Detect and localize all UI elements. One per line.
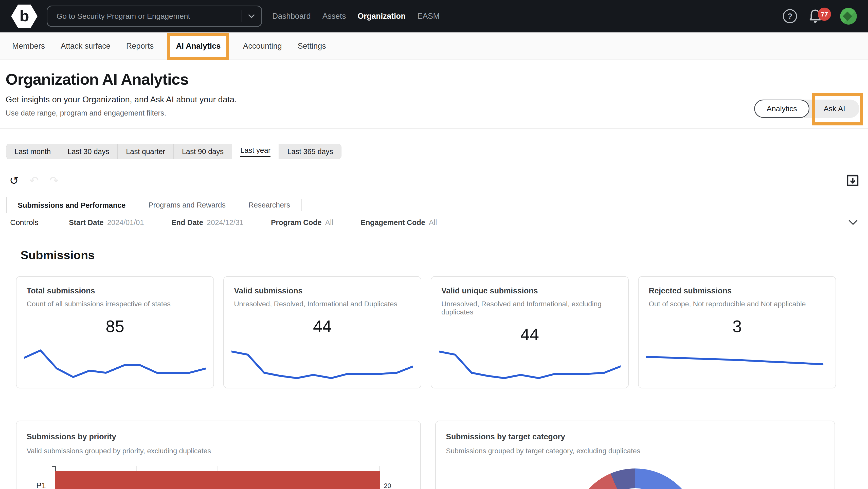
nav-assets[interactable]: Assets <box>322 12 346 21</box>
header-divider <box>0 128 868 129</box>
tab-settings[interactable]: Settings <box>298 41 326 51</box>
submissions-by-target-category-card[interactable]: Submissions by target category Submissio… <box>435 421 835 489</box>
bugcrowd-logo[interactable]: b <box>11 5 37 28</box>
top-nav-items: Dashboard Assets Organization EASM <box>272 12 440 21</box>
tab-ai-analytics[interactable]: AI Analytics <box>176 41 221 51</box>
dashboard-tabs: Submissions and Performance Programs and… <box>6 197 859 213</box>
dashboard-body: Submissions Total submissions Count of a… <box>16 248 836 489</box>
tab-attack-surface[interactable]: Attack surface <box>61 41 110 51</box>
card-valid-unique-submissions[interactable]: Valid unique submissions Unresolved, Res… <box>431 276 629 388</box>
submissions-by-priority-card[interactable]: Submissions by priority Valid submission… <box>16 421 421 489</box>
sparkline-chart <box>439 340 621 382</box>
chevron-down-icon[interactable] <box>248 14 255 19</box>
top-nav-right: ? 77 <box>783 8 857 25</box>
ask-ai-toggle-button[interactable]: Ask AI <box>809 104 859 113</box>
view-toggle: Analytics Ask AI <box>754 100 859 118</box>
priority-bar-chart: P1 20 P4 8 <box>55 466 380 489</box>
refresh-icon[interactable]: ↺ <box>9 175 19 186</box>
nav-organization[interactable]: Organization <box>358 12 406 21</box>
submissions-section-title: Submissions <box>21 248 836 262</box>
bar-p1[interactable] <box>55 471 380 489</box>
date-last-month[interactable]: Last month <box>6 144 59 159</box>
dashboard-toolbar: ↺ ↶ ↷ <box>9 173 859 188</box>
tab-submissions-and-performance[interactable]: Submissions and Performance <box>6 197 137 213</box>
date-range-group: Last month Last 30 days Last quarter Las… <box>6 144 341 159</box>
stat-value: 3 <box>649 317 826 336</box>
bar-row-p1: P1 20 <box>55 471 380 489</box>
filter-program-code[interactable]: Program Code All <box>271 219 333 227</box>
date-last-365-days[interactable]: Last 365 days <box>279 144 341 159</box>
notifications-button[interactable]: 77 <box>808 9 823 24</box>
sparkline-chart <box>24 340 206 382</box>
controls-expand-chevron-icon[interactable] <box>848 220 858 226</box>
page-subtitle: Get insights on your Organization, and A… <box>6 95 859 104</box>
tab-reports[interactable]: Reports <box>126 41 154 51</box>
controls-label: Controls <box>10 218 38 227</box>
nav-easm[interactable]: EASM <box>417 12 440 21</box>
card-total-submissions[interactable]: Total submissions Count of all submissio… <box>16 276 214 388</box>
tab-programs-and-rewards[interactable]: Programs and Rewards <box>137 197 237 213</box>
search-input[interactable] <box>57 12 239 21</box>
date-last-year[interactable]: Last year <box>232 144 279 159</box>
date-last-30-days[interactable]: Last 30 days <box>59 144 118 159</box>
sparkline-chart <box>646 340 828 382</box>
page-header: Organization AI Analytics Get insights o… <box>0 60 868 117</box>
stat-value: 44 <box>234 317 411 336</box>
go-to-program-search[interactable] <box>46 6 262 27</box>
stat-value: 85 <box>27 317 203 336</box>
ai-analytics-highlight-wrap: AI Analytics <box>169 41 227 51</box>
controls-bar[interactable]: Controls Start Date 2024/01/01 End Date … <box>0 213 868 232</box>
organization-nav: Members Attack surface Reports AI Analyt… <box>0 32 868 60</box>
top-nav-bar: b Dashboard Assets Organization EASM ? 7… <box>0 0 868 32</box>
download-icon[interactable] <box>846 173 859 188</box>
avatar[interactable] <box>840 8 857 25</box>
tab-members[interactable]: Members <box>12 41 45 51</box>
nav-dashboard[interactable]: Dashboard <box>272 12 311 21</box>
sparkline-chart <box>231 340 413 382</box>
charts-row: Submissions by priority Valid submission… <box>16 421 836 489</box>
analytics-toggle-button[interactable]: Analytics <box>754 100 809 118</box>
page-hint: Use date range, program and engagement f… <box>6 109 859 117</box>
target-category-donut-chart[interactable] <box>572 468 699 489</box>
card-rejected-submissions[interactable]: Rejected submissions Out of scope, Not r… <box>638 276 836 388</box>
tab-researchers[interactable]: Researchers <box>237 197 301 213</box>
tab-accounting[interactable]: Accounting <box>243 41 282 51</box>
redo-icon: ↷ <box>50 175 59 186</box>
undo-icon: ↶ <box>29 175 39 186</box>
date-last-quarter[interactable]: Last quarter <box>118 144 174 159</box>
notification-badge: 77 <box>818 8 831 21</box>
filter-engagement-code[interactable]: Engagement Code All <box>361 219 437 227</box>
card-valid-submissions[interactable]: Valid submissions Unresolved, Resolved, … <box>223 276 421 388</box>
filter-end-date[interactable]: End Date 2024/12/31 <box>172 219 244 227</box>
help-icon[interactable]: ? <box>783 9 797 23</box>
stat-cards-row: Total submissions Count of all submissio… <box>16 276 836 388</box>
logo-letter: b <box>20 7 29 25</box>
search-divider <box>242 10 242 22</box>
tab-divider <box>302 199 302 211</box>
filter-start-date[interactable]: Start Date 2024/01/01 <box>69 219 144 227</box>
page-title: Organization AI Analytics <box>6 70 859 88</box>
date-range-row: Last month Last 30 days Last quarter Las… <box>6 144 868 159</box>
avatar-shape <box>843 12 852 21</box>
date-last-90-days[interactable]: Last 90 days <box>174 144 232 159</box>
